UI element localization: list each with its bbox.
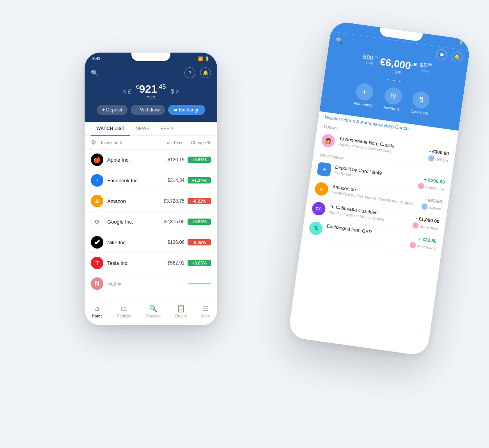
portfolio-icon: 🗂 (120, 305, 128, 313)
google-logo: G (91, 215, 103, 228)
amazon-name: Amazon (107, 198, 156, 204)
stock-row-apple[interactable]: 🍎 Apple Inc. $126.19 +0.65% (85, 150, 217, 170)
status-time: 9:41 (92, 56, 100, 61)
netflix-logo: N (91, 277, 103, 290)
watchlist-header: ⚙ Investment Last Price Change % (85, 136, 217, 150)
nav-home[interactable]: ⌂ Home (92, 305, 103, 318)
search-icon-right[interactable]: 🔍 (335, 36, 344, 45)
header-icons-right: 💬 🔔 (436, 49, 463, 63)
nike-change: -0.05% (188, 239, 211, 245)
header-icons: ? 🔔 (184, 67, 211, 78)
apple-logo: 🍎 (91, 153, 103, 166)
apple-change: +0.65% (188, 157, 211, 163)
action-buttons: + Deposit − Withdraw ⇌ Exchange (91, 105, 211, 115)
usd-balance: $5.00 USD (419, 61, 432, 74)
tx-avatar-1: 👩 (321, 133, 336, 148)
bell-icon-right[interactable]: 🔔 (451, 51, 463, 63)
balance-right-nav[interactable]: $ > (170, 88, 179, 95)
help-icon[interactable]: ? (184, 67, 195, 78)
add-funds-icon: + (355, 82, 374, 102)
battery-right: 🔋 (458, 41, 463, 45)
amazon-price: $3,728.75 (156, 198, 184, 204)
add-funds-label: Add Funds (353, 101, 372, 108)
nike-name: Nike Inc (107, 240, 156, 245)
balance-currency: EUR (136, 95, 166, 100)
nav-portfolio[interactable]: 🗂 Portfolio (117, 305, 131, 318)
exchange-button[interactable]: ⇌ Exchange (168, 105, 205, 115)
tabs-row: WATCH LIST NEWS FEED (85, 122, 217, 136)
col-price: Last Price (152, 140, 184, 145)
add-funds-item[interactable]: + Add Funds (353, 82, 375, 108)
tx-person-avatar-5: A (409, 242, 416, 249)
status-bar-left: 9:41 📶 🔋 (85, 53, 217, 64)
stock-row-tesla[interactable]: T Tesla Inc. $582.91 +3.65% (85, 253, 217, 273)
netflix-name: Netflix (107, 281, 156, 287)
settings-icon[interactable]: ⚙ (91, 139, 96, 146)
google-name: Google Inc. (107, 219, 156, 225)
nike-price: $136.06 (156, 240, 184, 245)
netflix-change (188, 283, 211, 284)
eur-balance: €6,000.00 EUR (379, 56, 418, 77)
tx-person-avatar-4: A (412, 222, 419, 229)
tx-right-5: + €32.56 A Annemarie (409, 235, 437, 251)
col-change: Change % (184, 140, 211, 145)
facebook-price: $314.34 (156, 178, 184, 183)
withdraw-button[interactable]: − Withdraw (131, 105, 165, 115)
battery-icon: 🔋 (205, 56, 209, 61)
exchange-label: Exchange (411, 109, 429, 115)
amazon-logo: a (91, 195, 103, 207)
discover-label: Discover (145, 314, 161, 318)
discover-icon: 🔍 (149, 304, 158, 313)
tx-avatar-4: CC (311, 201, 326, 216)
stock-row-netflix[interactable]: N Netflix (85, 273, 217, 294)
tesla-logo: T (91, 257, 103, 269)
tab-news[interactable]: NEWS (130, 122, 155, 135)
bottom-nav: ⌂ Home 🗂 Portfolio 🔍 Discover 📋 Orders ☰… (85, 300, 217, 325)
stock-row-facebook[interactable]: f Facebook Inc $314.34 +1.34% (85, 170, 217, 191)
nav-orders[interactable]: 📋 Orders (175, 304, 187, 318)
nav-discover[interactable]: 🔍 Discover (145, 304, 161, 318)
tx-avatar-2: + (317, 162, 331, 176)
accounts-icon: ⊞ (384, 86, 403, 106)
stock-row-google[interactable]: G Google Inc. $2,315.00 +0.99% (85, 212, 217, 232)
header-top-row: 🔍 ? 🔔 (91, 67, 211, 78)
facebook-change: +1.34% (188, 177, 211, 183)
accounts-item[interactable]: ⊞ Accounts (383, 86, 403, 112)
stock-row-amazon[interactable]: a Amazon $3,728.75 -0.21% (85, 191, 217, 212)
portfolio-label: Portfolio (117, 314, 131, 318)
balance-left-nav[interactable]: < £ (122, 88, 131, 95)
col-investment: Investment (101, 140, 152, 145)
notch-left (131, 53, 170, 61)
more-icon: ☰ (202, 304, 209, 313)
tx-right-3: - €23.00 W William (421, 196, 442, 212)
deposit-button[interactable]: + Deposit (97, 105, 128, 115)
orders-label: Orders (175, 314, 187, 318)
tesla-name: Tesla Inc. (107, 260, 156, 266)
phones-container: 9:41 📶 🔋 🔍 ? 🔔 < £ €921.45 (69, 29, 420, 419)
tab-watchlist[interactable]: WATCH LIST (91, 122, 130, 135)
tx-right-2: + €200.00 A Annemarie (418, 176, 445, 192)
nav-more[interactable]: ☰ More (201, 304, 210, 318)
more-label: More (201, 314, 210, 318)
exchange-item[interactable]: ⇅ Exchange (411, 90, 431, 116)
search-icon[interactable]: 🔍 (91, 69, 99, 77)
bell-icon[interactable]: 🔔 (200, 67, 211, 78)
tx-person-avatar-2: A (418, 182, 425, 189)
home-label: Home (92, 314, 103, 318)
accounts-label: Accounts (383, 105, 400, 111)
nike-logo: ✔ (91, 236, 103, 249)
tx-right-4: - €1,000.00 A Annemarie (412, 215, 439, 232)
orders-icon: 📋 (177, 304, 185, 313)
chat-icon-right[interactable]: 💬 (436, 49, 448, 61)
tx-avatar-5: ⇅ (308, 221, 323, 236)
tab-feed[interactable]: FEED (155, 122, 178, 135)
gbp-balance: 500.23 GBP (362, 53, 379, 67)
exchange-icon: ⇅ (411, 90, 431, 110)
tx-avatar-3: a (314, 182, 329, 196)
tx-person-1: W William (428, 155, 448, 164)
stock-row-nike[interactable]: ✔ Nike Inc $136.06 -0.05% (85, 232, 217, 253)
transactions-area: TODAY 👩 To Annemarie Borg Cauchi Payment… (302, 120, 457, 256)
tx-person-avatar-3: W (421, 203, 428, 210)
phone-right: 🔋 🔍 💬 🔔 500.23 GBP €6,000.00 EUR (288, 21, 471, 356)
facebook-name: Facebook Inc (107, 178, 156, 183)
